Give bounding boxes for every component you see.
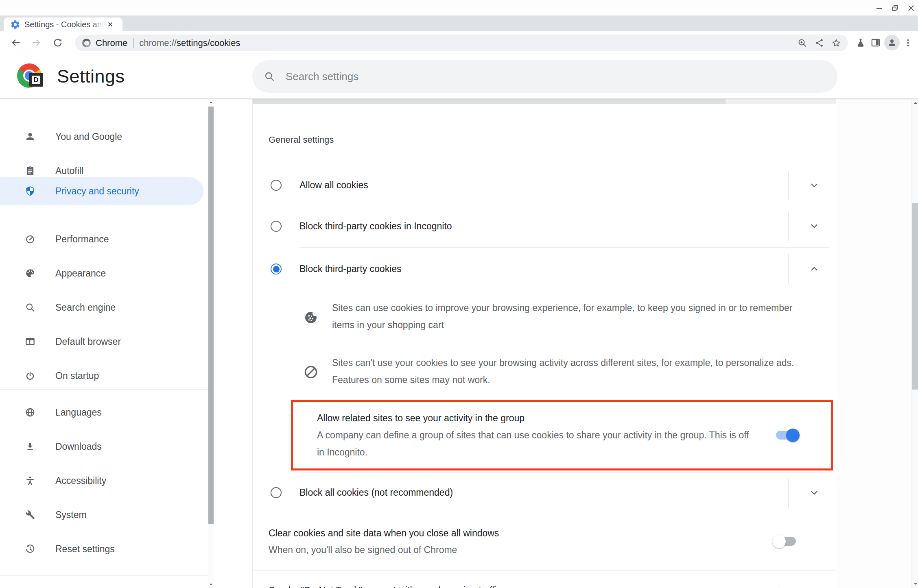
omnibox-separator	[133, 38, 134, 48]
tab-strip: Settings - Cookies and other si	[0, 15, 918, 31]
minimize-button[interactable]	[874, 3, 885, 13]
power-icon	[25, 370, 35, 381]
zoom-icon[interactable]	[797, 38, 807, 48]
clear-cookies-toggle-off[interactable]	[775, 537, 796, 546]
palette-icon	[25, 268, 35, 279]
labs-flask-icon[interactable]	[855, 37, 866, 48]
section-divider	[253, 513, 836, 513]
sidebar-item-you-and-google[interactable]: You and Google	[0, 123, 203, 150]
close-window-button[interactable]	[906, 3, 916, 13]
titlebar	[0, 0, 918, 15]
section-label: General settings	[269, 135, 334, 145]
scroll-down-icon[interactable]	[208, 582, 214, 587]
blocked-icon	[303, 364, 319, 380]
profile-avatar[interactable]	[884, 35, 900, 50]
sidebar-item-search-engine[interactable]: Search engine	[0, 294, 203, 321]
dev-channel-badge: D	[29, 73, 43, 87]
sidebar-scrollbar[interactable]	[208, 99, 214, 588]
sidebar-nav: You and Google Autofill Privacy and secu…	[0, 99, 208, 588]
bookmark-star-icon[interactable]	[831, 38, 842, 48]
radio-unselected[interactable]	[271, 487, 282, 498]
tab-close-button[interactable]	[105, 19, 116, 30]
page-gutter	[837, 99, 911, 588]
tab-title: Settings - Cookies and other si	[24, 20, 104, 29]
page-title: Settings	[57, 54, 125, 99]
site-label: Chrome	[96, 38, 127, 48]
settings-gear-favicon-icon	[10, 20, 20, 30]
chevron-down-icon[interactable]	[809, 180, 820, 191]
browser-window-icon	[25, 336, 35, 347]
sidebar-item-system[interactable]: System	[0, 501, 203, 529]
back-button[interactable]	[10, 37, 21, 48]
sidebar-item-accessibility[interactable]: Accessibility	[0, 467, 203, 494]
close-icon	[906, 3, 916, 13]
menu-kebab-icon[interactable]	[903, 37, 913, 48]
sidebar-item-default-browser[interactable]: Default browser	[0, 328, 203, 355]
related-sites-toggle-on[interactable]	[776, 431, 797, 440]
side-panel-icon[interactable]	[870, 37, 881, 48]
radio-unselected[interactable]	[271, 180, 282, 191]
row-separator	[788, 478, 789, 507]
info-text: Sites can't use your cookies to see your…	[332, 354, 816, 388]
url-text[interactable]: chrome://settings/cookies	[139, 38, 240, 48]
forward-button[interactable]	[31, 37, 42, 48]
restore-icon	[890, 3, 900, 13]
scroll-up-icon[interactable]	[913, 100, 918, 105]
magnifier-icon	[25, 302, 35, 313]
option-allow-all-cookies[interactable]: Allow all cookies	[253, 166, 836, 205]
speedometer-icon	[25, 234, 35, 244]
sidebar-item-appearance[interactable]: Appearance	[0, 259, 203, 287]
share-icon[interactable]	[814, 38, 824, 48]
chevron-down-icon[interactable]	[809, 221, 820, 231]
wrench-icon	[25, 510, 35, 520]
tab-settings[interactable]: Settings - Cookies and other si	[4, 17, 122, 31]
sidebar-item-reset-settings[interactable]: Reset settings	[0, 535, 203, 563]
accessibility-icon	[25, 475, 35, 486]
settings-search[interactable]	[252, 60, 837, 93]
setting-title: Clear cookies and site data when you clo…	[269, 525, 499, 542]
person-icon	[25, 131, 35, 142]
option-block-all-cookies[interactable]: Block all cookies (not recommended)	[253, 473, 836, 513]
scroll-up-icon[interactable]	[208, 100, 214, 105]
chrome-mini-logo-icon	[82, 39, 91, 47]
search-input[interactable]	[286, 70, 774, 83]
sidebar-item-performance[interactable]: Performance	[0, 225, 203, 253]
radio-selected[interactable]	[271, 264, 282, 274]
highlighted-setting-related-sites[interactable]: Allow related sites to see your activity…	[291, 400, 833, 470]
page-scrollbar-thumb[interactable]	[912, 203, 918, 390]
clipboard-icon	[25, 166, 35, 176]
setting-description: A company can define a group of sites th…	[317, 427, 754, 461]
history-icon	[25, 544, 35, 554]
sidebar-item-languages[interactable]: Languages	[0, 399, 203, 426]
chevron-down-icon[interactable]	[809, 488, 820, 498]
sidebar-scrollbar-thumb[interactable]	[208, 107, 214, 524]
person-icon	[887, 38, 897, 48]
search-icon	[264, 71, 275, 82]
globe-icon	[25, 407, 35, 418]
setting-subtitle: When on, you'll also be signed out of Ch…	[269, 541, 457, 558]
reload-button[interactable]	[52, 37, 63, 48]
chevron-up-icon[interactable]	[809, 264, 820, 274]
sidebar-item-on-startup[interactable]: On startup	[0, 362, 203, 390]
sidebar-divider	[0, 389, 208, 390]
row-separator	[788, 254, 789, 283]
row-separator	[788, 211, 789, 241]
option-block-third-party-incognito[interactable]: Block third-party cookies in Incognito	[253, 205, 836, 247]
sidebar-divider	[0, 575, 208, 576]
restore-button[interactable]	[890, 3, 900, 13]
sidebar-item-privacy-and-security[interactable]: Privacy and security	[0, 177, 203, 205]
omnibox[interactable]: Chrome chrome://settings/cookies	[75, 35, 848, 51]
radio-unselected[interactable]	[271, 221, 282, 232]
option-block-third-party-cookies[interactable]: Block third-party cookies	[253, 247, 836, 290]
cookie-icon	[303, 310, 319, 325]
section-divider	[253, 570, 836, 571]
minimize-icon	[874, 3, 884, 13]
cookies-settings-card: General settings Allow all cookies Block…	[252, 99, 836, 588]
page-scrollbar[interactable]	[911, 99, 918, 588]
download-icon	[25, 441, 35, 452]
sidebar-item-downloads[interactable]: Downloads	[0, 433, 203, 460]
scrolled-content-edge	[253, 99, 836, 104]
info-text: Sites can use cookies to improve your br…	[332, 299, 816, 333]
scroll-down-icon[interactable]	[913, 581, 918, 586]
setting-title: Allow related sites to see your activity…	[317, 409, 525, 427]
